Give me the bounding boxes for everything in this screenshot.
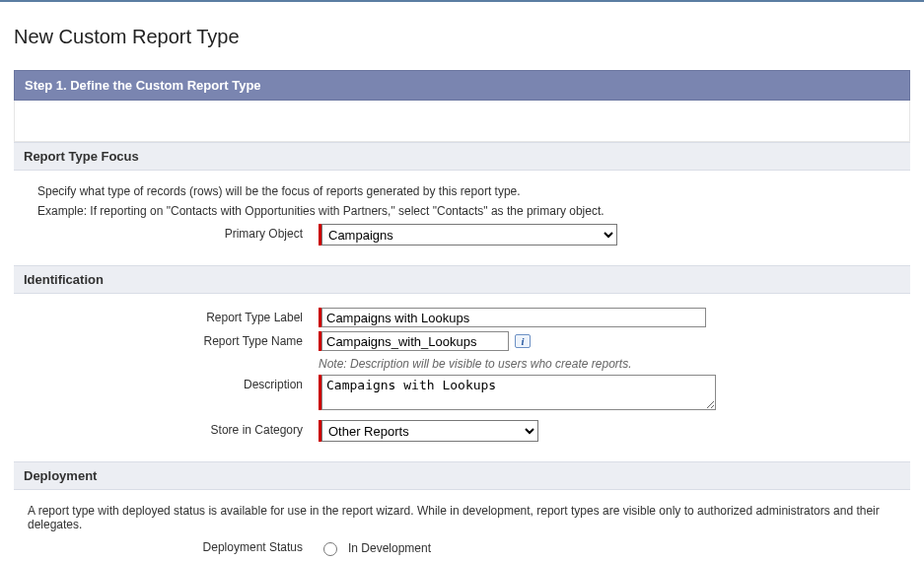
section-body-identification: Report Type Label Report Type Name i — [14, 294, 910, 461]
section-header-focus: Report Type Focus — [14, 142, 910, 171]
report-type-label-label: Report Type Label — [37, 308, 319, 324]
focus-specify-text: Specify what type of records (rows) will… — [37, 184, 896, 198]
deployment-status-label: Deployment Status — [37, 537, 319, 554]
description-textarea[interactable]: Campaigns with Lookups — [321, 375, 716, 410]
section-header-identification: Identification — [14, 265, 910, 294]
section-body-deployment: A report type with deployed status is av… — [14, 490, 910, 562]
info-icon[interactable]: i — [515, 334, 531, 348]
report-type-label-input[interactable] — [321, 308, 706, 327]
focus-example-text: Example: If reporting on "Contacts with … — [37, 204, 896, 218]
section-header-deployment: Deployment — [14, 461, 910, 490]
store-in-category-select[interactable]: Other Reports — [321, 420, 538, 442]
primary-object-select[interactable]: Campaigns — [321, 224, 617, 246]
step-body-blank — [14, 101, 910, 142]
primary-object-label: Primary Object — [37, 224, 319, 241]
in-development-radio[interactable] — [323, 542, 337, 556]
step-header: Step 1. Define the Custom Report Type — [14, 70, 910, 101]
description-note: Note: Description will be visible to use… — [319, 357, 631, 371]
report-type-name-label: Report Type Name — [37, 331, 319, 348]
deployment-help-text: A report type with deployed status is av… — [28, 504, 896, 531]
description-label: Description — [37, 375, 319, 391]
store-in-category-label: Store in Category — [37, 420, 319, 437]
in-development-label: In Development — [348, 541, 431, 555]
report-type-name-input[interactable] — [321, 331, 509, 351]
radio-row-in-development[interactable]: In Development — [319, 539, 431, 556]
page-title: New Custom Report Type — [14, 26, 910, 48]
section-body-focus: Specify what type of records (rows) will… — [14, 171, 910, 265]
